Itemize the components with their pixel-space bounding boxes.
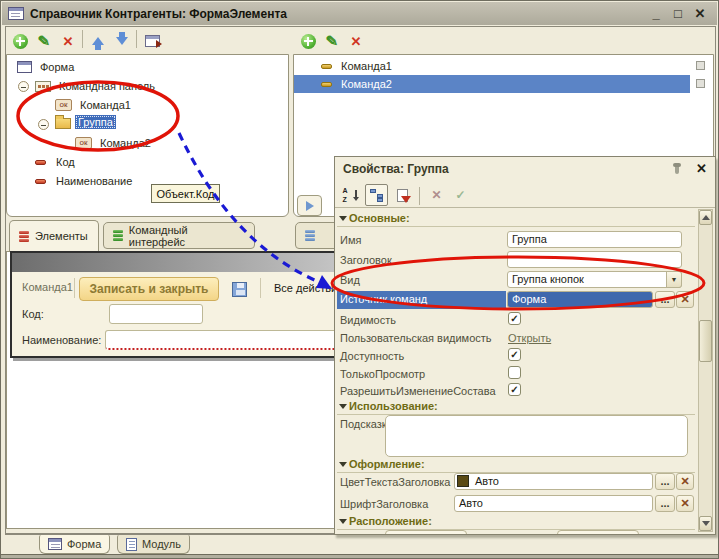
- user-visibility-open-link[interactable]: Открыть: [508, 332, 551, 344]
- tree-delete-button[interactable]: ✕: [57, 30, 79, 52]
- maximize-button[interactable]: □: [667, 6, 689, 21]
- properties-panel: Свойства: Группа ✕ AZ ✕ ✓ Основные: Имя …: [334, 156, 716, 535]
- prop-label-visibility: Видимость: [340, 314, 396, 326]
- plus-icon: [301, 34, 316, 49]
- collapse-icon[interactable]: [18, 81, 29, 92]
- tree-edit-button[interactable]: ✎: [33, 30, 55, 52]
- tree-item-command-bar[interactable]: Командная панель: [35, 78, 158, 94]
- enabled-checkbox[interactable]: ✓: [508, 348, 521, 361]
- save-button[interactable]: [226, 278, 252, 300]
- header-font-clear-button[interactable]: ✕: [676, 495, 694, 512]
- folder-icon: [55, 118, 71, 129]
- list-add-button[interactable]: [297, 30, 319, 52]
- list-item-command1[interactable]: Команда1: [294, 57, 690, 75]
- list-edit-button[interactable]: ✎: [321, 30, 343, 52]
- prop-label-caption: Заголовок: [340, 254, 392, 266]
- prop-command-source-input[interactable]: Форма: [507, 291, 653, 308]
- header-font-input[interactable]: Авто: [454, 495, 653, 512]
- prop-label-allow-composition: РазрешитьИзменениеСостава: [340, 385, 496, 397]
- tab-command-interface[interactable]: Командный интерфейс: [103, 222, 255, 249]
- header-font-ellipsis-button[interactable]: ...: [655, 495, 675, 512]
- scroll-down-button[interactable]: [699, 516, 712, 531]
- tree-item-label: Наименование: [53, 174, 135, 188]
- kind-dropdown-button[interactable]: ▼: [666, 271, 682, 288]
- important-properties-button[interactable]: [391, 184, 414, 206]
- visibility-checkbox[interactable]: ✓: [508, 312, 521, 325]
- designer-window: Справочник Контрагенты: ФормаЭлемента _ …: [0, 0, 719, 559]
- allow-composition-checkbox[interactable]: ✓: [508, 383, 521, 396]
- tree-item-group[interactable]: Группа: [55, 114, 116, 130]
- list-item-checkbox[interactable]: [696, 79, 705, 88]
- command-source-ellipsis-button[interactable]: ...: [655, 291, 675, 308]
- pencil-icon: ✎: [326, 33, 339, 49]
- code-input[interactable]: [109, 304, 203, 324]
- tree-item-label: Команда1: [77, 98, 134, 112]
- section-layout[interactable]: Расположение:: [337, 515, 695, 530]
- tree-item-label: Командная панель: [56, 79, 158, 93]
- group-by-categories-button[interactable]: [365, 184, 388, 206]
- command-icon: [321, 82, 332, 87]
- cancel-edit-button[interactable]: ✕: [425, 184, 448, 206]
- properties-scrollbar[interactable]: [698, 209, 713, 532]
- tree-item-name[interactable]: Наименование: [35, 173, 135, 189]
- triangle-down-icon: [702, 521, 710, 526]
- list-item-checkbox[interactable]: [696, 61, 705, 70]
- prop-caption-input[interactable]: [507, 251, 682, 268]
- header-text-color-input[interactable]: Авто: [454, 473, 653, 490]
- tree-item-command2[interactable]: ок Команда2: [75, 135, 154, 151]
- tree-item-form[interactable]: Форма: [17, 59, 77, 75]
- prop-name-input[interactable]: Группа: [507, 231, 682, 248]
- tree-add-button[interactable]: [9, 30, 31, 52]
- move-up-button[interactable]: [87, 30, 109, 52]
- command-interface-tab-icon: [113, 230, 123, 241]
- pin-icon[interactable]: [675, 164, 679, 174]
- diskette-icon: [232, 282, 247, 297]
- section-usage[interactable]: Использование:: [337, 400, 695, 415]
- list-delete-button[interactable]: ✕: [345, 30, 367, 52]
- prop-kind-combobox[interactable]: Группа кнопок: [507, 271, 682, 288]
- ok-button-icon: ок: [55, 99, 72, 111]
- preview-command1-button[interactable]: Команда1: [22, 281, 73, 293]
- preview-play-button[interactable]: [297, 195, 322, 216]
- tab-form[interactable]: Форма: [39, 535, 110, 554]
- window-title: Справочник Контрагенты: ФормаЭлемента: [30, 7, 287, 21]
- elements-tab-icon: [19, 231, 29, 242]
- pencil-icon: ✎: [38, 33, 51, 49]
- tree-item-code[interactable]: Код: [35, 154, 78, 170]
- form-elements-tree[interactable]: Форма Командная панель ок Команда1 Групп…: [6, 54, 289, 217]
- chevron-down-icon: ▼: [671, 276, 678, 283]
- scroll-up-button[interactable]: [699, 210, 712, 225]
- tab-module[interactable]: Модуль: [117, 535, 190, 554]
- section-appearance[interactable]: Оформление:: [337, 458, 695, 473]
- tooltip-textarea[interactable]: [385, 415, 688, 457]
- move-down-button[interactable]: [111, 30, 133, 52]
- scrollbar-thumb[interactable]: [699, 320, 712, 362]
- tab-label: Модуль: [142, 538, 181, 550]
- command-source-clear-button[interactable]: ✕: [676, 291, 694, 308]
- prop-label-name: Имя: [340, 234, 361, 246]
- prop-label-header-font: ШрифтЗаголовка: [340, 498, 428, 510]
- save-and-close-button[interactable]: Записать и закрыть: [79, 277, 219, 301]
- clipped-control: [385, 530, 467, 535]
- header-text-color-ellipsis-button[interactable]: ...: [655, 473, 675, 490]
- close-button[interactable]: ✕: [689, 6, 711, 21]
- window-titlebar: Справочник Контрагенты: ФормаЭлемента _ …: [2, 2, 717, 25]
- list-item-command2-selected[interactable]: Команда2: [294, 75, 690, 93]
- list-item-label: Команда2: [341, 78, 392, 90]
- all-actions-button[interactable]: Все действия: [274, 282, 343, 294]
- section-main[interactable]: Основные:: [337, 212, 695, 227]
- color-swatch: [457, 475, 469, 487]
- collapse-icon[interactable]: [38, 119, 49, 130]
- minimize-button[interactable]: _: [645, 6, 667, 21]
- code-field-label: Код:: [22, 308, 44, 320]
- form-properties-button[interactable]: [141, 30, 163, 52]
- apply-edit-button[interactable]: ✓: [449, 184, 472, 206]
- field-icon: [35, 179, 46, 184]
- header-text-color-clear-button[interactable]: ✕: [676, 473, 694, 490]
- tab-elements[interactable]: Элементы: [9, 220, 99, 251]
- tree-item-command1[interactable]: ок Команда1: [55, 97, 134, 113]
- name-field-label: Наименование:: [22, 334, 101, 346]
- sort-alphabetical-button[interactable]: AZ: [339, 184, 362, 206]
- view-only-checkbox[interactable]: [508, 366, 521, 379]
- properties-close-button[interactable]: ✕: [696, 161, 707, 176]
